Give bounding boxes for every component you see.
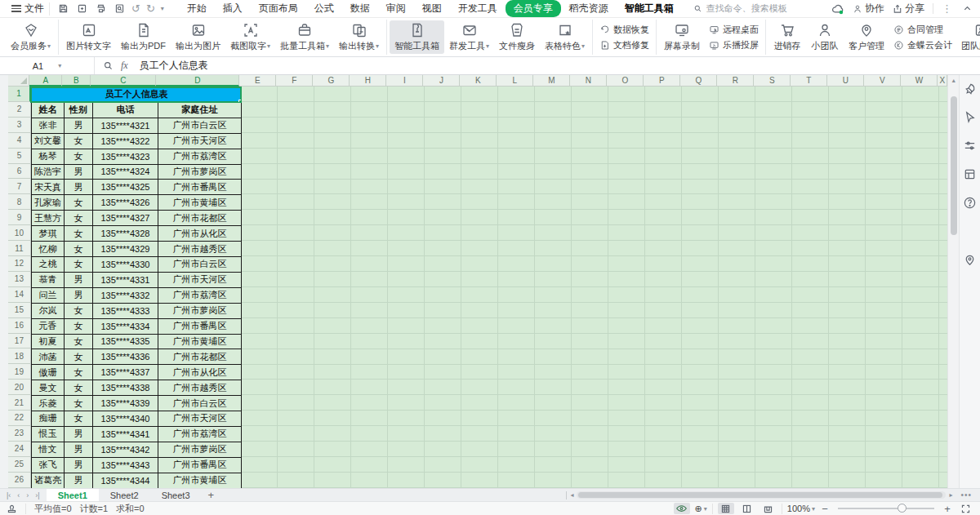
column-header-X[interactable]: X — [938, 75, 947, 87]
address-cell[interactable]: 广州市番禺区 — [158, 318, 241, 334]
address-cell[interactable]: 广州市越秀区 — [158, 242, 241, 257]
gender-cell[interactable]: 女 — [64, 318, 92, 334]
cell-grid[interactable]: 员工个人信息表姓名性别电话家庭住址张非男135****4321广州市白云区刘文馨… — [31, 87, 947, 488]
phone-cell[interactable]: 135****4334 — [92, 318, 158, 334]
horizontal-scrollbar[interactable] — [577, 491, 946, 499]
address-cell[interactable]: 广州市萝岗区 — [158, 442, 241, 457]
tool-输出为PDF[interactable]: 输出为PDF — [116, 20, 171, 54]
row-header-11[interactable]: 11 — [8, 241, 31, 256]
prev-sheet-icon[interactable]: ‹ — [17, 491, 20, 499]
address-cell[interactable]: 广州市黄埔区 — [158, 334, 241, 349]
header-cell-姓名[interactable]: 姓名 — [31, 102, 64, 118]
phone-cell[interactable]: 135****4336 — [92, 349, 158, 365]
column-header-Q[interactable]: Q — [680, 75, 717, 87]
phone-cell[interactable]: 135****4325 — [92, 180, 158, 195]
gender-cell[interactable]: 男 — [64, 287, 92, 303]
row-header-17[interactable]: 17 — [8, 334, 31, 349]
menu-tab-稻壳资源[interactable]: 稻壳资源 — [561, 0, 617, 17]
gender-cell[interactable]: 女 — [64, 349, 92, 365]
tool-团队应用[interactable]: 团队应用▾ — [956, 20, 980, 54]
column-header-M[interactable]: M — [533, 75, 570, 87]
row-header-6[interactable]: 6 — [8, 164, 31, 180]
zoom-level-button[interactable]: 100%▾ — [787, 504, 815, 513]
row-header-4[interactable]: 4 — [8, 133, 31, 149]
row-header-12[interactable]: 12 — [8, 256, 31, 272]
column-header-J[interactable]: J — [423, 75, 460, 87]
phone-cell[interactable]: 135****4343 — [92, 457, 158, 473]
address-cell[interactable]: 广州市白云区 — [158, 118, 241, 133]
first-sheet-icon[interactable]: |‹ — [7, 491, 11, 499]
phone-cell[interactable]: 135****4341 — [92, 426, 158, 442]
more-menu-icon[interactable]: ⋮ — [942, 2, 952, 15]
column-header-A[interactable]: A — [29, 75, 62, 87]
name-cell[interactable]: 问兰 — [31, 287, 64, 303]
menu-tab-会员专享[interactable]: 会员专享 — [506, 0, 561, 17]
address-cell[interactable]: 广州市花都区 — [158, 211, 241, 226]
column-header-L[interactable]: L — [497, 75, 533, 87]
name-cell[interactable]: 傲珊 — [31, 365, 64, 380]
name-box-dropdown-icon[interactable]: ▾ — [58, 62, 61, 69]
name-cell[interactable]: 诸葛亮 — [31, 473, 64, 488]
hscroll-left-icon[interactable]: ◂ — [570, 491, 573, 499]
name-cell[interactable]: 宋天真 — [31, 180, 64, 195]
column-header-H[interactable]: H — [350, 75, 386, 87]
sidebar-layout-icon[interactable] — [963, 167, 977, 184]
phone-cell[interactable]: 135****4324 — [92, 164, 158, 180]
page-break-view-button[interactable] — [739, 503, 755, 514]
name-cell[interactable]: 元香 — [31, 318, 64, 334]
name-cell[interactable]: 王慧方 — [31, 211, 64, 226]
gender-cell[interactable]: 男 — [64, 442, 92, 457]
sheet-tab-Sheet3[interactable]: Sheet3 — [150, 489, 202, 501]
phone-cell[interactable]: 135****4344 — [92, 473, 158, 488]
column-header-V[interactable]: V — [864, 75, 901, 87]
menu-tab-视图[interactable]: 视图 — [414, 0, 450, 17]
tool-图片转文字[interactable]: 图片转文字 — [61, 20, 116, 54]
sidebar-cursor-icon[interactable] — [963, 110, 977, 127]
name-cell[interactable]: 杨琴 — [31, 149, 64, 164]
tool-输出为图片[interactable]: 输出为图片 — [171, 20, 225, 54]
formula-input[interactable]: 员工个人信息表 — [136, 57, 980, 74]
row-header-13[interactable]: 13 — [8, 272, 31, 287]
sheet-tab-Sheet1[interactable]: Sheet1 — [47, 489, 99, 501]
name-cell[interactable]: 沛菡 — [31, 349, 64, 365]
row-header-19[interactable]: 19 — [8, 364, 31, 380]
gender-cell[interactable]: 女 — [64, 303, 92, 318]
row-header-15[interactable]: 15 — [8, 303, 31, 318]
name-cell[interactable]: 张飞 — [31, 457, 64, 473]
hscroll-right-icon[interactable]: ▸ — [949, 491, 952, 499]
scroll-up-icon[interactable]: ▲ — [951, 78, 956, 83]
gender-cell[interactable]: 男 — [64, 457, 92, 473]
tool-客户管理[interactable]: 客户管理 — [844, 20, 889, 54]
tool-文档修复[interactable]: 文档修复 — [599, 39, 649, 51]
tool-屏幕录制[interactable]: 屏幕录制 — [659, 20, 705, 54]
sidebar-pin-icon[interactable] — [963, 253, 977, 269]
header-cell-性别[interactable]: 性别 — [64, 102, 92, 118]
phone-cell[interactable]: 135****4328 — [92, 226, 158, 242]
gender-cell[interactable]: 女 — [64, 226, 92, 242]
page-layout-view-button[interactable] — [760, 503, 777, 514]
name-cell[interactable]: 张非 — [31, 118, 64, 133]
file-menu-button[interactable]: 文件 — [7, 2, 49, 16]
column-header-B[interactable]: B — [62, 75, 91, 87]
phone-cell[interactable]: 135****4333 — [92, 303, 158, 318]
name-cell[interactable]: 尔岚 — [31, 303, 64, 318]
quick-access-dropdown-icon[interactable]: ▾ — [161, 5, 164, 12]
cell-name-box[interactable]: A1 ▾ — [0, 57, 95, 74]
gender-cell[interactable]: 男 — [64, 180, 92, 195]
address-cell[interactable]: 广州市天河区 — [158, 411, 241, 427]
gender-cell[interactable]: 男 — [64, 473, 92, 488]
column-header-U[interactable]: U — [827, 75, 864, 87]
zoom-formula-icon[interactable] — [103, 60, 114, 71]
menu-tab-页面布局[interactable]: 页面布局 — [251, 0, 306, 17]
address-cell[interactable]: 广州市白云区 — [158, 396, 241, 411]
print-button[interactable] — [94, 2, 107, 16]
column-header-R[interactable]: R — [717, 75, 754, 87]
phone-cell[interactable]: 135****4323 — [92, 149, 158, 164]
name-cell[interactable]: 梦琪 — [31, 226, 64, 242]
phone-cell[interactable]: 135****4321 — [92, 118, 158, 133]
menu-tab-公式[interactable]: 公式 — [306, 0, 342, 17]
save-button[interactable] — [56, 2, 69, 16]
column-header-F[interactable]: F — [276, 75, 313, 87]
horizontal-scroll-thumb[interactable] — [578, 492, 942, 498]
tool-小团队[interactable]: 小团队 — [806, 20, 844, 54]
